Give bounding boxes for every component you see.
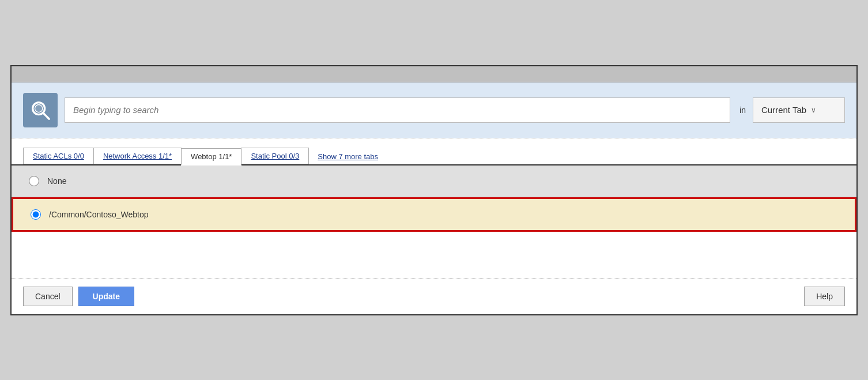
option-none-radio[interactable] — [29, 176, 39, 186]
search-scope-label: Current Tab — [761, 105, 806, 115]
content-spacer — [12, 232, 856, 278]
search-scope-dropdown[interactable]: Current Tab ∨ — [753, 97, 845, 123]
footer: Cancel Update Help — [12, 278, 856, 314]
search-icon — [29, 99, 51, 121]
content-area: None /Common/Contoso_Webtop — [12, 165, 856, 278]
option-contoso-radio[interactable] — [31, 209, 41, 220]
dialog: in Current Tab ∨ Static ACLs 0/0 Network… — [10, 65, 858, 315]
update-button[interactable]: Update — [78, 287, 134, 306]
tab-static-pool[interactable]: Static Pool 0/3 — [241, 148, 309, 164]
top-bar — [12, 66, 856, 82]
search-input[interactable] — [65, 97, 730, 123]
tabs-row: Static ACLs 0/0 Network Access 1/1* Webt… — [12, 138, 856, 165]
chevron-down-icon: ∨ — [811, 106, 816, 114]
footer-left-buttons: Cancel Update — [23, 287, 134, 306]
option-none-row: None — [12, 165, 856, 197]
svg-line-1 — [43, 112, 49, 118]
option-contoso-row: /Common/Contoso_Webtop — [12, 197, 856, 232]
option-contoso-label: /Common/Contoso_Webtop — [49, 210, 149, 219]
search-row: in Current Tab ∨ — [12, 82, 856, 138]
tab-static-acls[interactable]: Static ACLs 0/0 — [23, 148, 94, 164]
show-more-tabs-button[interactable]: Show 7 more tabs — [308, 149, 387, 164]
svg-point-2 — [35, 104, 43, 112]
search-in-label: in — [739, 106, 746, 115]
tab-network-access[interactable]: Network Access 1/1* — [93, 148, 182, 164]
option-none-label: None — [47, 176, 66, 186]
help-button[interactable]: Help — [804, 287, 845, 306]
cancel-button[interactable]: Cancel — [23, 287, 73, 306]
tab-webtop[interactable]: Webtop 1/1* — [181, 148, 241, 165]
search-icon-box — [23, 93, 58, 127]
